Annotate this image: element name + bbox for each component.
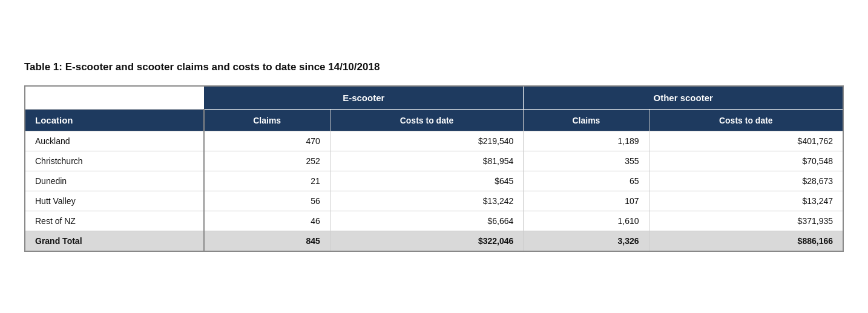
location-cell: Christchurch (25, 151, 204, 171)
e-costs-cell: $219,540 (330, 131, 524, 151)
o-claims-cell: 355 (524, 151, 649, 171)
e-costs-cell: $81,954 (330, 151, 524, 171)
table-row: Rest of NZ 46 $6,664 1,610 $371,935 (25, 211, 843, 231)
empty-header (25, 86, 204, 110)
group-header-row: E-scooter Other scooter (25, 86, 843, 110)
grand-total-o-claims: 3,326 (524, 231, 649, 252)
o-costs-cell: $28,673 (649, 171, 843, 191)
e-claims-cell: 46 (204, 211, 330, 231)
o-costs-column-header: Costs to date (649, 110, 843, 131)
location-cell: Dunedin (25, 171, 204, 191)
e-claims-cell: 56 (204, 191, 330, 211)
grand-total-e-costs: $322,046 (330, 231, 524, 252)
table-row: Hutt Valley 56 $13,242 107 $13,247 (25, 191, 843, 211)
o-costs-cell: $70,548 (649, 151, 843, 171)
o-claims-cell: 1,610 (524, 211, 649, 231)
e-costs-column-header: Costs to date (330, 110, 524, 131)
main-table: E-scooter Other scooter Location Claims … (24, 85, 844, 252)
location-cell: Hutt Valley (25, 191, 204, 211)
table-title: Table 1: E-scooter and scooter claims an… (24, 61, 844, 73)
e-claims-column-header: Claims (204, 110, 330, 131)
subheader-row: Location Claims Costs to date Claims Cos… (25, 110, 843, 131)
table-body: Auckland 470 $219,540 1,189 $401,762 Chr… (25, 131, 843, 252)
e-costs-cell: $6,664 (330, 211, 524, 231)
e-costs-cell: $13,242 (330, 191, 524, 211)
e-claims-cell: 252 (204, 151, 330, 171)
escooter-group-header: E-scooter (204, 86, 524, 110)
o-claims-cell: 65 (524, 171, 649, 191)
location-column-header: Location (25, 110, 204, 131)
location-cell: Auckland (25, 131, 204, 151)
grand-total-location: Grand Total (25, 231, 204, 252)
o-claims-column-header: Claims (524, 110, 649, 131)
o-costs-cell: $401,762 (649, 131, 843, 151)
o-costs-cell: $13,247 (649, 191, 843, 211)
grand-total-o-costs: $886,166 (649, 231, 843, 252)
grand-total-row: Grand Total 845 $322,046 3,326 $886,166 (25, 231, 843, 252)
o-costs-cell: $371,935 (649, 211, 843, 231)
table-row: Auckland 470 $219,540 1,189 $401,762 (25, 131, 843, 151)
table-row: Christchurch 252 $81,954 355 $70,548 (25, 151, 843, 171)
location-cell: Rest of NZ (25, 211, 204, 231)
table-row: Dunedin 21 $645 65 $28,673 (25, 171, 843, 191)
e-claims-cell: 21 (204, 171, 330, 191)
o-claims-cell: 1,189 (524, 131, 649, 151)
e-claims-cell: 470 (204, 131, 330, 151)
other-scooter-group-header: Other scooter (524, 86, 843, 110)
e-costs-cell: $645 (330, 171, 524, 191)
o-claims-cell: 107 (524, 191, 649, 211)
grand-total-e-claims: 845 (204, 231, 330, 252)
